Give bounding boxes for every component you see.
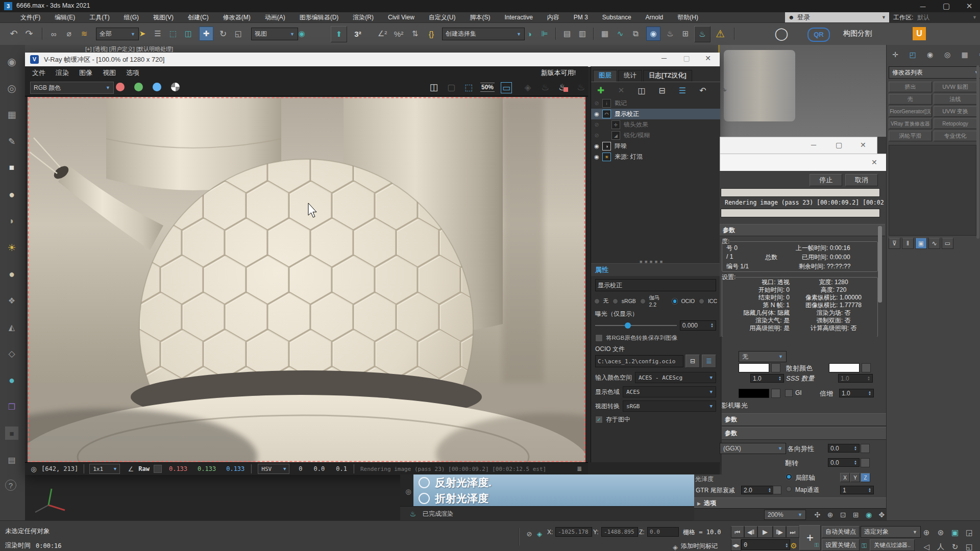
layer-name-field[interactable]: 显示校正 bbox=[595, 279, 716, 291]
viewport-bottom-area[interactable] bbox=[25, 474, 400, 520]
fov-icon[interactable]: ◁ bbox=[920, 540, 933, 551]
set-key-big-button[interactable]: +⚿ bbox=[799, 525, 821, 550]
save-layers-icon[interactable]: ◫ bbox=[635, 84, 648, 97]
zoom-selected-icon[interactable]: ◉ bbox=[863, 508, 875, 521]
menu-item[interactable]: Arnold bbox=[639, 14, 671, 21]
eye-off-icon[interactable]: ⊘ bbox=[591, 132, 602, 139]
menu-item[interactable]: 脚本(S) bbox=[462, 13, 497, 22]
viewport-label[interactable]: [+] [透视] [用户定义] [默认明暗处理] bbox=[85, 45, 173, 53]
radio-icon[interactable] bbox=[419, 477, 430, 488]
params-rollup[interactable]: 参数 ∷ bbox=[720, 224, 885, 236]
snap-toggle-3d-icon[interactable]: 3² bbox=[351, 27, 364, 40]
layer-row-selected[interactable]: ◉ ◠ 显示校正 bbox=[591, 109, 720, 119]
zoom-icon[interactable]: ⊕ bbox=[920, 526, 933, 539]
map-button[interactable] bbox=[861, 458, 870, 467]
align-icon[interactable]: ⊫ bbox=[538, 27, 551, 40]
menu-item[interactable]: PM 3 bbox=[567, 14, 595, 21]
map-button[interactable] bbox=[861, 444, 870, 453]
pivot-center-icon[interactable]: ◉ bbox=[295, 27, 308, 40]
eye-on-icon[interactable]: ◉ bbox=[591, 154, 602, 160]
axis-z-button[interactable]: Z bbox=[861, 473, 870, 482]
vfb-channel-dropdown[interactable]: RGB 颜色▼ bbox=[30, 82, 114, 94]
menu-item[interactable]: Interactive bbox=[497, 14, 540, 21]
panel-scrollbar[interactable] bbox=[976, 65, 979, 239]
spinner-icon[interactable]: ▲▼ bbox=[778, 376, 781, 381]
warning-icon[interactable]: ⚠ bbox=[714, 27, 727, 40]
axis-y-button[interactable]: Y bbox=[850, 473, 860, 482]
options-rollup[interactable]: ▶ 选项 ∷ bbox=[694, 497, 894, 509]
dialog-scrollbar[interactable] bbox=[878, 226, 882, 303]
vfb-menu-item[interactable]: 文件 bbox=[27, 68, 51, 78]
key-filters-button[interactable]: 关键点过滤器.. bbox=[870, 539, 915, 551]
go-end-icon[interactable]: ⏭ bbox=[786, 526, 799, 538]
color-swatch-white[interactable] bbox=[829, 363, 860, 372]
eye-off-icon[interactable]: ⊘ bbox=[591, 121, 602, 128]
menu-item[interactable]: 文件(F) bbox=[13, 13, 47, 22]
vfb-menu-item[interactable]: 选项 bbox=[121, 68, 144, 78]
cancel-button[interactable]: 取消 bbox=[845, 174, 878, 186]
create-tab-icon[interactable]: ✛ bbox=[889, 48, 902, 61]
material-editor-icon[interactable]: ◉ bbox=[646, 27, 660, 41]
anisotropy-spinner[interactable]: 0.0▲▼ bbox=[828, 444, 860, 453]
select-move-icon[interactable]: ✚ bbox=[199, 27, 213, 41]
menu-item[interactable]: 自定义(U) bbox=[422, 13, 463, 22]
select-by-name-icon[interactable]: ☰ bbox=[151, 27, 164, 40]
qr-tool-icon[interactable]: QR bbox=[807, 28, 830, 42]
left-tool-icon[interactable]: ◎ bbox=[5, 82, 18, 95]
close-icon[interactable]: ✕ bbox=[698, 54, 718, 62]
browse-folder-icon[interactable]: ⊟ bbox=[685, 355, 700, 368]
render-viewport-icon[interactable]: ♨ bbox=[574, 81, 587, 94]
maximize-icon[interactable]: ▢ bbox=[836, 141, 842, 149]
named-selection-dropdown[interactable]: 创建选择集▼ bbox=[442, 28, 525, 40]
map-none-dropdown[interactable]: 无▼ bbox=[739, 351, 787, 362]
amount-spinner[interactable]: 1.0▲▼ bbox=[750, 374, 784, 383]
ref-coord-dropdown[interactable]: 视图▼ bbox=[251, 28, 298, 40]
layer-row[interactable]: ⊘ ◢ 锐化/模糊 bbox=[591, 130, 720, 141]
left-tool-icon[interactable]: ❖ bbox=[5, 294, 18, 307]
zoom-badge[interactable]: 50% bbox=[480, 83, 495, 92]
menu-item[interactable]: Civil View bbox=[381, 14, 422, 21]
left-tool-icon[interactable]: ■ bbox=[5, 161, 18, 174]
maximize-icon[interactable]: ▢ bbox=[676, 54, 697, 62]
schematic-view-icon[interactable]: ⧉ bbox=[629, 27, 642, 40]
minimize-icon[interactable]: ─ bbox=[811, 141, 816, 149]
left-tool-icon[interactable]: ◗ bbox=[5, 214, 18, 228]
tab-log[interactable]: 日志[TZ汉化] bbox=[643, 70, 692, 82]
spinner-icon[interactable]: ▲▼ bbox=[710, 323, 714, 328]
frame-field[interactable]: 0▲▼ bbox=[741, 539, 790, 550]
left-tool-icon[interactable]: ✎ bbox=[5, 135, 18, 148]
time-tag[interactable]: 添加时间标记 bbox=[681, 542, 718, 550]
set-key-button[interactable]: 设置关键点 bbox=[822, 539, 860, 551]
eye-on-icon[interactable]: ◉ bbox=[591, 111, 602, 117]
spinner-icon[interactable]: ▲▼ bbox=[868, 488, 871, 493]
radio-ocio[interactable] bbox=[672, 298, 678, 304]
dialog-titlebar[interactable]: ✕ bbox=[720, 154, 887, 172]
zoom-extents-all-icon[interactable]: ◲ bbox=[963, 526, 976, 539]
isolate-object-icon[interactable]: ◈ bbox=[521, 81, 534, 94]
hsv-dropdown[interactable]: HSV▼ bbox=[258, 464, 289, 474]
exposure-slider[interactable] bbox=[595, 322, 676, 329]
x-coord-field[interactable]: -1025.178 bbox=[555, 527, 592, 537]
render-setup-icon[interactable]: ♨ bbox=[664, 27, 677, 40]
left-tool-icon[interactable]: ● bbox=[5, 373, 18, 387]
layer-row[interactable]: ⊘ i 戳记 bbox=[591, 98, 720, 109]
material-rollup-a[interactable]: 参数∷ bbox=[722, 413, 894, 426]
scene-explorer-icon[interactable]: ▥ bbox=[576, 27, 589, 40]
layer-row[interactable]: ◉ ◑ 降噪 bbox=[591, 141, 720, 152]
menu-item[interactable]: 帮助(H) bbox=[670, 13, 705, 22]
clear-image-icon[interactable]: ▢ bbox=[445, 81, 458, 94]
render-icon[interactable]: ♨ bbox=[556, 81, 569, 94]
delete-layer-icon[interactable]: ✕ bbox=[615, 84, 628, 97]
save-rgb-checkbox[interactable] bbox=[595, 334, 603, 342]
modifier-button[interactable]: 法线 bbox=[934, 94, 977, 105]
go-start-icon[interactable]: ⏮ bbox=[731, 526, 744, 538]
pan-icon[interactable]: ✣ bbox=[811, 508, 824, 521]
modifier-button[interactable]: 涡轮平滑 bbox=[889, 131, 932, 141]
render-production-icon[interactable]: ♨ bbox=[694, 26, 710, 42]
tab-stats[interactable]: 统计 bbox=[618, 70, 642, 82]
maximize-viewport-icon[interactable]: ◱ bbox=[963, 540, 976, 551]
remove-modifier-icon[interactable]: ∿ bbox=[928, 238, 940, 249]
viewport-right-area[interactable] bbox=[720, 45, 886, 137]
spinner-snap-icon[interactable]: ⇅ bbox=[408, 27, 422, 40]
zoom-extents-icon[interactable]: ▣ bbox=[948, 526, 962, 539]
